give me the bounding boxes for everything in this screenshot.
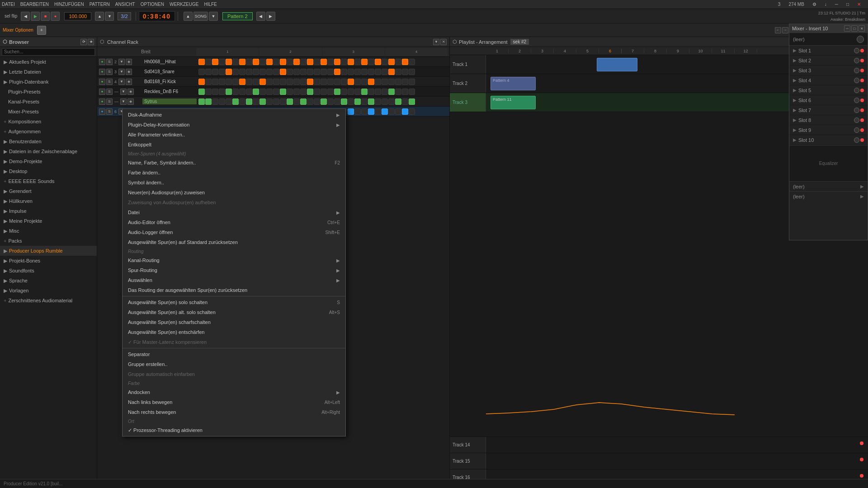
beat-r22[interactable] xyxy=(341,89,347,95)
beat-k14[interactable] xyxy=(287,79,293,85)
beat-k3[interactable] xyxy=(212,79,218,85)
beat-sy6[interactable] xyxy=(232,99,239,105)
beat-31[interactable] xyxy=(402,59,408,65)
beat-k11[interactable] xyxy=(266,79,273,85)
sidebar-item-packs[interactable]: + Packs xyxy=(0,236,97,246)
sidebar-item-zerschnittenes[interactable]: + Zerschnittenes Audiomaterial xyxy=(0,296,97,305)
mute-kick[interactable]: ● xyxy=(99,79,105,85)
beat-9[interactable] xyxy=(253,59,259,65)
pan-reckles[interactable]: ◈ xyxy=(127,89,134,95)
btn-loop-up[interactable]: ▲ xyxy=(95,12,104,21)
mute-sytrus[interactable]: ● xyxy=(99,99,105,105)
ctx-kanal-routing[interactable]: Kanal-Routing ▶ xyxy=(123,255,345,265)
mixer-slot-4[interactable]: ▶ Slot 4 xyxy=(789,75,868,85)
bpm-display[interactable]: 100.000 xyxy=(64,12,91,20)
ch-name-snare[interactable]: Sd0418_Snare xyxy=(142,69,197,74)
beat-13[interactable] xyxy=(280,59,286,65)
ctx-alt-solo[interactable]: Ausgewählte Spur(en) alt. solo schalten … xyxy=(123,307,345,317)
beat-r26[interactable] xyxy=(368,89,374,95)
beat-sy22[interactable] xyxy=(341,99,347,105)
beat-r2[interactable] xyxy=(205,89,212,95)
beat-s15[interactable] xyxy=(293,69,300,75)
pattern-next[interactable]: ▶ xyxy=(266,12,275,21)
ctx-alle-parameter[interactable]: Alle Parameter verlinken.. xyxy=(123,130,345,140)
mixer-min[interactable]: ─ xyxy=(844,25,850,32)
sidebar-item-demo-projekte[interactable]: ▶ Demo-Projekte xyxy=(0,156,97,166)
beat-14[interactable] xyxy=(287,59,293,65)
beat-s25[interactable] xyxy=(361,69,368,75)
beat-s29[interactable] xyxy=(388,69,395,75)
beat-s12[interactable] xyxy=(273,69,279,75)
beat-21[interactable] xyxy=(334,59,340,65)
beat-sy2[interactable] xyxy=(205,99,212,105)
menu-werkzeuge[interactable]: WERKZEUGE xyxy=(170,2,198,7)
btn-play[interactable]: ▶ xyxy=(31,12,40,21)
beat-r19[interactable] xyxy=(321,89,327,95)
ctx-andocken[interactable]: Andocken ▶ xyxy=(123,387,345,397)
mixer-slot-5[interactable]: ▶ Slot 5 xyxy=(789,85,868,95)
beat-s1[interactable] xyxy=(198,69,205,75)
beat-sy12[interactable] xyxy=(273,99,279,105)
beat-k21[interactable] xyxy=(334,79,340,85)
beat-sy27[interactable] xyxy=(375,99,381,105)
solo-snare[interactable]: S xyxy=(106,69,113,75)
beat-12[interactable] xyxy=(273,59,279,65)
ctx-gruppe-erstellen[interactable]: Gruppe erstellen.. xyxy=(123,359,345,369)
beat-1[interactable] xyxy=(198,59,205,65)
beat-r20[interactable] xyxy=(327,89,334,95)
ch-name-sytrus[interactable]: Sytrus xyxy=(142,99,197,104)
beat-k28[interactable] xyxy=(382,79,388,85)
slot-7-knob[interactable] xyxy=(854,108,859,113)
beat-b29[interactable] xyxy=(388,108,395,115)
ctx-neue-audiospur[interactable]: Neuer(en) Audiospur(en) zuweisen xyxy=(123,188,345,197)
ch-name-kick[interactable]: Bd0168_Fi Kick xyxy=(142,79,197,84)
beat-k31[interactable] xyxy=(402,79,408,85)
snap-up[interactable]: ▲ xyxy=(184,12,193,21)
beat-s24[interactable] xyxy=(354,69,361,75)
beat-r1[interactable] xyxy=(198,89,205,95)
beat-r32[interactable] xyxy=(409,89,415,95)
rack-menu[interactable]: ▼ xyxy=(433,39,439,45)
beat-r6[interactable] xyxy=(232,89,239,95)
beat-s16[interactable] xyxy=(300,69,307,75)
ctx-farbe-aendern[interactable]: Farbe ändern.. xyxy=(123,168,345,178)
beat-b26[interactable] xyxy=(368,108,374,115)
beat-15[interactable] xyxy=(293,59,300,65)
beat-19[interactable] xyxy=(321,59,327,65)
beat-k22[interactable] xyxy=(341,79,347,85)
beat-k15[interactable] xyxy=(293,79,300,85)
beat-s21[interactable] xyxy=(334,69,340,75)
beat-r5[interactable] xyxy=(226,89,232,95)
ctx-routing-zuruecksetzen[interactable]: Das Routing der ausgewählten Spur(en) zu… xyxy=(123,285,345,295)
beat-r17[interactable] xyxy=(307,89,313,95)
beat-sy31[interactable] xyxy=(402,99,408,105)
beat-k32[interactable] xyxy=(409,79,415,85)
beat-r9[interactable] xyxy=(253,89,259,95)
beat-k8[interactable] xyxy=(246,79,252,85)
beat-s7[interactable] xyxy=(239,69,245,75)
beat-k24[interactable] xyxy=(354,79,361,85)
beat-s30[interactable] xyxy=(395,69,401,75)
slot-5-knob[interactable] xyxy=(854,88,859,93)
beat-s26[interactable] xyxy=(368,69,374,75)
beat-sy3[interactable] xyxy=(212,99,218,105)
beat-k30[interactable] xyxy=(395,79,401,85)
beat-s11[interactable] xyxy=(266,69,273,75)
mixer-slot-3[interactable]: ▶ Slot 3 xyxy=(789,66,868,75)
beat-k23[interactable] xyxy=(348,79,354,85)
sidebar-item-vorlagen[interactable]: ▶ Vorlagen xyxy=(0,286,97,296)
beat-r24[interactable] xyxy=(354,89,361,95)
beat-20[interactable] xyxy=(327,59,334,65)
ctx-symbol-aendern[interactable]: Symbol ändern.. xyxy=(123,178,345,188)
ctx-auswaehlen[interactable]: Auswählen ▶ xyxy=(123,275,345,285)
ctx-name-farbe[interactable]: Name, Farbe, Symbol ändern.. F2 xyxy=(123,158,345,168)
menu-pattern[interactable]: PATTERN xyxy=(90,2,110,7)
slot-6-knob[interactable] xyxy=(854,98,859,103)
beat-s28[interactable] xyxy=(382,69,388,75)
beat-s2[interactable] xyxy=(205,69,212,75)
beat-k17[interactable] xyxy=(307,79,313,85)
track-content-14[interactable] xyxy=(486,437,868,453)
menu-optionen[interactable]: OPTIONEN xyxy=(141,2,164,7)
vol-reckles[interactable]: ▼ xyxy=(120,89,127,95)
pattern-prev[interactable]: ◀ xyxy=(256,12,265,21)
